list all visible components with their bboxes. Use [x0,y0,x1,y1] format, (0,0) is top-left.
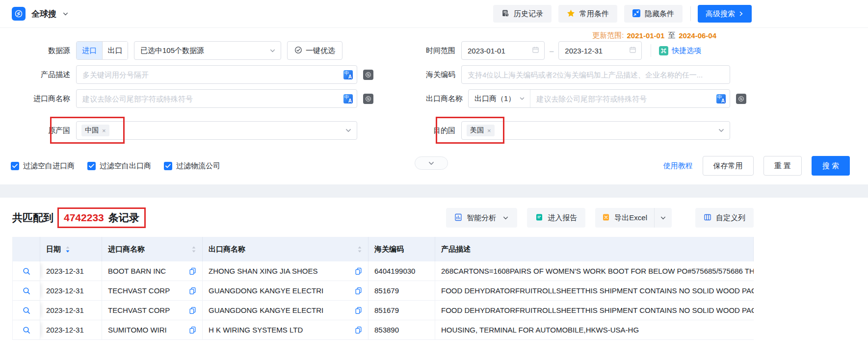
cell-exporter[interactable]: ZHONG SHAN XING JIA SHOES [203,261,368,281]
view-detail-button[interactable] [22,267,31,276]
hs-code-field [461,65,730,84]
cell-product: HOUSING, TERMINAL FOR AUTOMOBILE,HKWS-US… [435,320,754,339]
update-range: 更新范围: 2021-01-01 至 2024-06-04 [0,29,868,41]
custom-columns-button[interactable]: 自定义列 [695,208,754,228]
cell-product: FOOD DEHYDRATORFRUITROLLSHEETTHIS SHIPME… [435,301,754,320]
export-options-button[interactable] [654,208,672,228]
copy-button[interactable] [355,307,362,314]
exporter-type-select[interactable]: 出口商（1） [469,90,530,107]
exporter-input[interactable] [530,90,716,107]
exclude-toggle-icon[interactable] [363,70,373,80]
filter-logistics-checkbox[interactable]: 过滤物流公司 [164,161,220,171]
header-importer[interactable]: 进口商名称 [102,237,203,261]
smart-analysis-label: 智能分析 [467,213,496,223]
tab-export[interactable]: 出口 [102,42,128,59]
header-date-label: 日期 [46,245,61,254]
filter-blank-exporter-checkbox[interactable]: 过滤空白出口商 [87,161,151,171]
chevron-down-icon [519,96,525,102]
copy-button[interactable] [189,307,196,314]
destination-select[interactable]: 美国 × [461,121,730,140]
reset-button[interactable]: 重 置 [763,156,802,176]
analysis-icon [454,213,462,223]
save-conditions-button[interactable]: 保存常用 [703,156,754,176]
cell-importer[interactable]: BOOT BARN INC [102,261,203,281]
history-button[interactable]: 历史记录 [493,5,552,23]
header-exporter[interactable]: 出口商名称 [203,237,368,261]
magnifier-icon [22,267,31,276]
date-start-input[interactable]: 2023-01-01 [461,41,545,60]
collapse-form-button[interactable] [415,156,448,170]
tag-close-icon[interactable]: × [487,127,491,134]
cell-hs-code: 853890 [368,320,435,339]
sort-icons-importer[interactable] [191,246,196,253]
app-switcher[interactable]: 全球搜 [12,7,69,21]
view-detail-button[interactable] [22,306,31,315]
copy-button[interactable] [189,287,196,295]
tab-import[interactable]: 进口 [77,42,102,59]
tag-close-icon[interactable]: × [102,127,106,134]
section-gap [0,184,868,198]
cell-exporter[interactable]: GUANGDONG KANGYE ELECTRI [203,301,368,320]
product-desc-label: 产品描述 [0,70,76,79]
sort-icons-exporter[interactable] [357,246,362,253]
quick-options-label: 快捷选项 [672,46,701,55]
exclude-toggle-icon[interactable] [363,94,373,104]
cell-importer[interactable]: TECHVAST CORP [102,281,203,300]
origin-select[interactable]: 中国 × [76,121,357,140]
results-summary: 共匹配到 4742233 条记录 [12,207,146,228]
checkbox-checked-icon [11,162,19,170]
datasource-select[interactable]: 已选中105个数据源 [134,41,281,60]
exclude-toggle-icon[interactable] [736,94,746,104]
sort-icons-date[interactable] [65,246,70,253]
copy-button[interactable] [355,267,362,275]
destination-label: 目的国 [426,126,461,135]
hide-conditions-button[interactable]: 隐藏条件 [624,5,683,23]
translate-icon[interactable]: 中A [716,94,726,103]
report-icon [535,213,543,223]
product-desc-input[interactable] [77,66,343,83]
tutorial-link[interactable]: 使用教程 [663,161,693,171]
importer-input[interactable] [77,90,343,107]
copy-button[interactable] [355,326,362,334]
copy-button[interactable] [355,287,362,295]
translate-icon[interactable]: 中A [343,70,353,79]
filter-row: 过滤空白进口商 过滤空白出口商 过滤物流公司 使用教程 保存常用 重 置 搜 索 [0,156,868,176]
advanced-search-button[interactable]: 高级搜索 [698,5,752,23]
cell-exporter[interactable]: GUANGDONG KANGYE ELECTRI [203,281,368,300]
time-range-label: 时间范围 [426,46,461,55]
header-detail-column [13,237,40,261]
origin-label: 原产国 [0,126,76,135]
quick-options-button[interactable]: 快捷选项 [659,46,701,55]
header-product: 产品描述 [435,237,754,261]
copy-icon [189,326,196,334]
view-detail-button[interactable] [22,326,31,334]
hs-code-label: 海关编码 [426,70,461,79]
enter-report-label: 进入报告 [548,213,577,223]
chevron-right-icon [738,11,744,17]
cell-exporter[interactable]: H K WIRING SYSTEMS LTD [203,320,368,339]
results-toolbar: 智能分析 进入报告 导出Excel [436,208,754,228]
smart-analysis-button[interactable]: 智能分析 [446,208,517,228]
cell-importer[interactable]: SUMITOMO WIRI [102,320,203,339]
hs-code-input[interactable] [462,66,726,83]
export-excel-button[interactable]: 导出Excel [595,208,654,228]
cell-importer[interactable]: TECHVAST CORP [102,301,203,320]
enter-report-button[interactable]: 进入报告 [527,208,585,228]
view-detail-button[interactable] [22,286,31,295]
copy-button[interactable] [189,267,196,275]
importer-name: BOOT BARN INC [108,267,166,275]
checkbox-checked-icon [164,162,172,170]
translate-icon[interactable]: 中A [343,94,353,103]
date-end-input[interactable]: 2023-12-31 [558,41,642,60]
search-button[interactable]: 搜 索 [812,156,850,176]
chevron-down-icon [502,215,509,221]
match-count: 4742233 [64,212,104,224]
copy-button[interactable] [189,326,196,334]
filter-blank-importer-checkbox[interactable]: 过滤空白进口商 [11,161,75,171]
favorite-conditions-button[interactable]: 常用条件 [558,5,617,23]
cell-date: 2023-12-31 [40,301,102,320]
header-date[interactable]: 日期 [40,237,102,261]
update-range-start: 2021-01-01 [627,31,665,40]
auto-select-button[interactable]: 一键优选 [287,41,342,60]
topbar: 全球搜 历史记录 常用条件 隐藏条件 高级搜索 [0,0,868,28]
